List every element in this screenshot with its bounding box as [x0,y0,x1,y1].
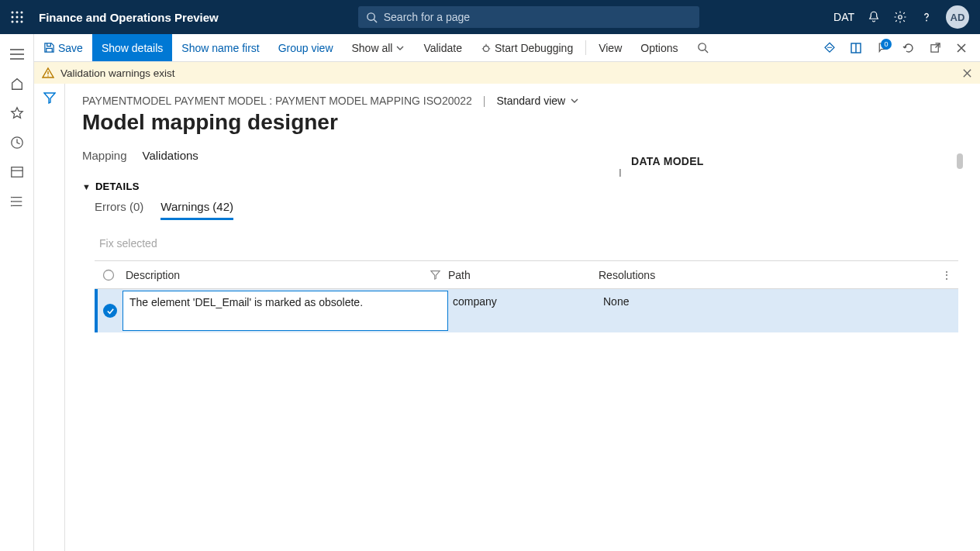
filter-rail [34,84,65,551]
splitter-handle[interactable]: || [619,167,620,177]
search-icon [697,42,709,53]
svg-point-8 [21,21,23,23]
company-code[interactable]: DAT [833,11,854,23]
view-label: View [599,42,622,54]
row-description-cell[interactable]: The element 'DEL_Email' is marked as obs… [122,291,448,331]
column-filter-icon[interactable] [430,270,440,280]
select-all-checkbox[interactable] [102,269,115,281]
grid-row[interactable]: The element 'DEL_Email' is marked as obs… [95,289,958,332]
banner-text: Validation warnings exist [60,67,175,79]
workspaces-icon[interactable] [8,163,26,181]
messages-icon[interactable]: 0 [871,37,893,59]
svg-point-32 [10,201,12,202]
app-launcher-icon[interactable] [0,11,34,23]
svg-point-9 [368,12,374,19]
toolbar-search-button[interactable] [688,34,718,61]
caret-down-icon: ▼ [82,182,91,191]
options-menu[interactable]: Options [631,34,687,61]
show-details-label: Show details [102,42,163,54]
search-icon [366,12,378,23]
refresh-icon[interactable] [898,37,920,59]
tab-validations[interactable]: Validations [143,149,198,165]
main-content: PAYMENTMODEL PAYMENT MODEL : PAYMENT MOD… [65,84,980,551]
show-details-button[interactable]: Show details [92,34,172,61]
breadcrumb-separator: | [483,95,486,107]
attach-icon[interactable] [819,37,840,59]
banner-close-icon[interactable] [962,68,972,78]
subtab-errors[interactable]: Errors (0) [95,200,143,220]
svg-point-35 [47,75,49,77]
svg-point-1 [16,12,19,14]
view-menu[interactable]: View [589,34,631,61]
left-nav-rail [0,34,34,551]
svg-point-11 [899,15,902,19]
modules-icon[interactable] [8,192,26,211]
validate-button[interactable]: Validate [414,34,471,61]
tab-mapping[interactable]: Mapping [82,149,127,165]
show-name-first-button[interactable]: Show name first [172,34,268,61]
details-label: DETAILS [95,181,140,192]
group-view-button[interactable]: Group view [269,34,343,61]
start-debugging-label: Start Debugging [495,42,573,54]
details-toggle[interactable]: ▼ DETAILS [82,181,980,192]
user-avatar[interactable]: AD [946,5,969,29]
svg-point-12 [926,20,927,22]
messages-badge: 0 [881,39,892,50]
svg-point-36 [104,270,114,280]
start-debugging-button[interactable]: Start Debugging [471,34,582,61]
row-checkbox-checked[interactable] [103,304,117,318]
validate-label: Validate [423,42,462,54]
show-name-first-label: Show name first [181,42,259,54]
global-search[interactable] [358,6,699,28]
svg-point-33 [10,205,12,207]
svg-point-31 [10,197,12,198]
warning-icon [42,67,54,79]
search-input[interactable] [384,11,692,23]
close-page-icon[interactable] [951,37,972,59]
action-toolbar: Save Show details Show name first Group … [0,34,980,62]
recent-icon[interactable] [8,133,26,152]
popout-icon[interactable] [924,37,946,59]
svg-point-3 [12,16,14,19]
col-path[interactable]: Path [448,269,471,281]
scrollbar-thumb[interactable] [957,153,963,169]
chevron-down-icon [570,96,579,105]
office-icon[interactable] [845,37,867,59]
show-all-dropdown[interactable]: Show all [343,34,415,61]
col-resolutions[interactable]: Resolutions [599,269,655,281]
help-icon[interactable] [920,10,933,24]
svg-line-10 [374,19,377,22]
fix-selected-button[interactable]: Fix selected [99,237,980,250]
save-button[interactable]: Save [34,34,92,61]
subtab-warnings[interactable]: Warnings (42) [160,200,233,220]
row-path-cell: company [453,289,603,332]
show-all-label: Show all [352,42,393,54]
svg-point-4 [16,16,19,19]
svg-point-6 [12,21,14,23]
svg-line-18 [705,50,708,53]
chevron-down-icon [395,43,405,53]
settings-icon[interactable] [893,10,907,24]
save-icon [43,42,55,53]
view-selector-label: Standard view [496,95,565,107]
group-view-label: Group view [278,42,333,54]
details-subtabs: Errors (0) Warnings (42) [95,200,980,220]
filter-icon[interactable] [43,91,56,104]
svg-point-5 [21,16,23,19]
app-header: Finance and Operations Preview DAT AD [0,0,980,34]
home-icon[interactable] [8,74,26,93]
app-title: Finance and Operations Preview [39,11,219,24]
data-model-heading: DATA MODEL [631,155,704,167]
grid-header: Description Path Resolutions ⋮ [95,261,958,289]
hamburger-icon[interactable] [8,45,26,64]
notifications-icon[interactable] [867,10,881,24]
view-selector[interactable]: Standard view [496,95,579,107]
row-resolutions-cell: None [603,289,958,332]
col-description[interactable]: Description [126,269,180,281]
svg-point-17 [698,43,705,50]
svg-point-2 [21,12,23,14]
favorites-icon[interactable] [8,104,26,122]
svg-point-0 [12,12,14,14]
grid-more-icon[interactable]: ⋮ [935,269,958,281]
breadcrumb: PAYMENTMODEL PAYMENT MODEL : PAYMENT MOD… [82,95,472,107]
